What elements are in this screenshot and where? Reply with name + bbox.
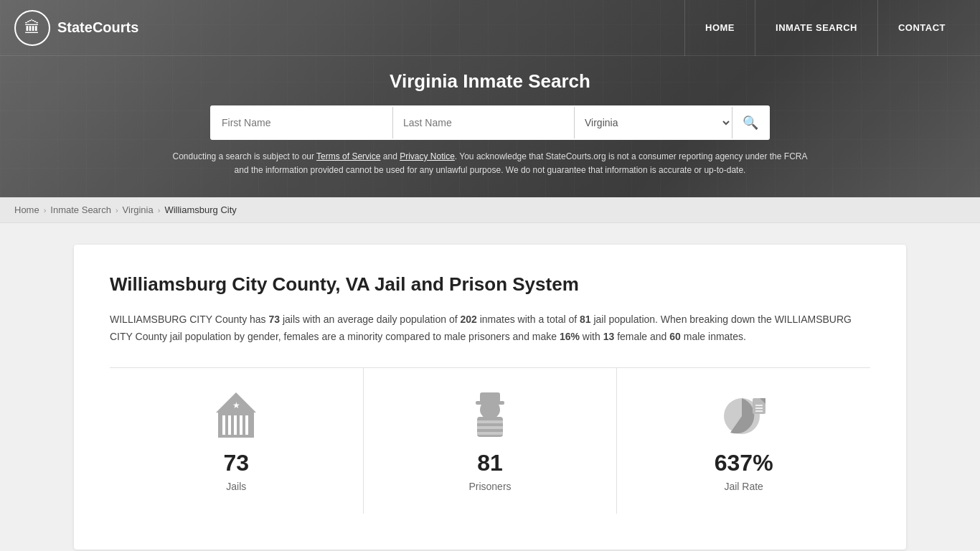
pie-chart-icon xyxy=(720,390,767,440)
nav-links: HOME INMATE SEARCH CONTACT xyxy=(684,0,966,56)
svg-rect-14 xyxy=(477,432,503,435)
svg-rect-12 xyxy=(477,420,503,423)
svg-point-10 xyxy=(480,400,500,419)
jails-number: 73 xyxy=(224,450,250,476)
state-select[interactable]: Select State Alabama Alaska Arizona Arka… xyxy=(575,107,732,138)
main-content: Williamsburg City County, VA Jail and Pr… xyxy=(74,245,906,550)
prisoner-icon xyxy=(468,390,512,440)
search-bar: Select State Alabama Alaska Arizona Arka… xyxy=(210,105,770,140)
stat-prisoners: 81 Prisoners xyxy=(364,368,618,514)
breadcrumb-inmate-search[interactable]: Inmate Search xyxy=(50,204,111,215)
description: WILLIAMSBURG CITY County has 73 jails wi… xyxy=(110,311,870,346)
search-icon: 🔍 xyxy=(743,115,758,131)
svg-rect-2 xyxy=(228,415,231,435)
last-name-input[interactable] xyxy=(393,107,575,138)
svg-text:★: ★ xyxy=(232,400,240,410)
svg-rect-13 xyxy=(477,426,503,429)
breadcrumb-sep-1: › xyxy=(44,206,47,215)
search-section: Virginia Inmate Search Select State Alab… xyxy=(0,56,980,197)
breadcrumb-home[interactable]: Home xyxy=(14,204,39,215)
logo-text: StateCourts xyxy=(57,19,138,36)
svg-rect-5 xyxy=(245,415,248,435)
stats-row: ★ 73 Jails xyxy=(110,367,870,514)
svg-rect-4 xyxy=(240,415,242,435)
prisoners-label: Prisoners xyxy=(468,481,511,492)
nav-contact[interactable]: CONTACT xyxy=(877,0,966,56)
jail-rate-label: Jail Rate xyxy=(724,481,763,492)
stat-jails: ★ 73 Jails xyxy=(110,368,364,514)
jail-rate-number: 637% xyxy=(715,450,773,476)
nav-home[interactable]: HOME xyxy=(684,0,755,56)
logo-link[interactable]: 🏛 StateCourts xyxy=(14,10,138,46)
prisoners-number: 81 xyxy=(477,450,503,476)
stat-jail-rate: 637% Jail Rate xyxy=(617,368,870,514)
jails-label: Jails xyxy=(226,481,246,492)
jail-icon: ★ xyxy=(215,390,258,440)
first-name-input[interactable] xyxy=(212,107,393,138)
breadcrumb-city: Williamsburg City xyxy=(164,204,236,215)
page-heading: Williamsburg City County, VA Jail and Pr… xyxy=(110,273,870,296)
nav-inmate-search[interactable]: INMATE SEARCH xyxy=(755,0,877,56)
privacy-link[interactable]: Privacy Notice xyxy=(400,151,455,161)
nav-bar: 🏛 StateCourts HOME INMATE SEARCH CONTACT xyxy=(0,0,980,56)
search-title: Virginia Inmate Search xyxy=(14,70,966,93)
breadcrumb: Home › Inmate Search › Virginia › Willia… xyxy=(0,197,980,223)
site-header: 🏛 StateCourts HOME INMATE SEARCH CONTACT… xyxy=(0,0,980,197)
logo-icon: 🏛 xyxy=(14,10,50,46)
svg-rect-3 xyxy=(234,415,237,435)
terms-link[interactable]: Terms of Service xyxy=(316,151,380,161)
breadcrumb-sep-2: › xyxy=(116,206,118,215)
svg-rect-1 xyxy=(222,415,225,435)
disclaimer-text: Conducting a search is subject to our Te… xyxy=(167,150,813,190)
breadcrumb-state[interactable]: Virginia xyxy=(123,204,154,215)
search-button[interactable]: 🔍 xyxy=(732,107,768,138)
breadcrumb-sep-3: › xyxy=(158,206,161,215)
